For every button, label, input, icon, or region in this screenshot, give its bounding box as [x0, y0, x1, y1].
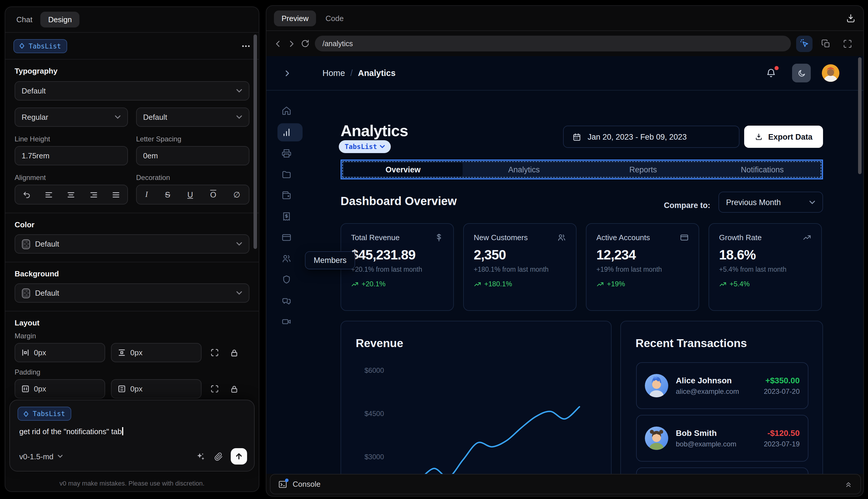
model-name: v0-1.5-md: [19, 452, 53, 461]
expand-sides-icon[interactable]: [207, 382, 221, 396]
more-menu-icon[interactable]: [241, 41, 251, 50]
strikethrough-icon[interactable]: S: [165, 190, 170, 199]
date-range-value: Jan 20, 2023 - Feb 09, 2023: [587, 132, 687, 141]
tab-preview[interactable]: Preview: [274, 10, 316, 26]
download-icon[interactable]: [846, 13, 856, 23]
lock-icon[interactable]: [227, 382, 241, 396]
user-avatar[interactable]: [822, 64, 839, 82]
paperclip-icon[interactable]: [214, 452, 223, 461]
copy-button[interactable]: [818, 35, 834, 52]
align-center-icon[interactable]: [67, 190, 76, 199]
design-controls: Typography Default Regular Default Line …: [5, 60, 259, 399]
tab-analytics[interactable]: Analytics: [464, 161, 584, 178]
inspect-button[interactable]: [796, 35, 813, 52]
url-input[interactable]: /analytics: [315, 36, 791, 51]
video-icon[interactable]: [282, 317, 292, 327]
background-select[interactable]: Default: [15, 283, 249, 303]
undo-icon[interactable]: [22, 190, 31, 199]
stat-card-active-accounts: Active Accounts 12,234 +19% from last mo…: [586, 223, 699, 311]
design-panel-tabs: Chat Design: [5, 7, 259, 33]
font-family-select[interactable]: Default: [15, 81, 249, 100]
home-icon[interactable]: [282, 106, 292, 116]
margin-label: Margin: [15, 332, 249, 340]
align-justify-icon[interactable]: [112, 190, 121, 199]
console-bar[interactable]: Console: [270, 474, 861, 494]
composer-context-chip[interactable]: TabsList: [17, 407, 72, 421]
preview-panel: Preview Code /analytics: [266, 5, 864, 497]
transaction-row[interactable]: Alice Johnson alice@example.com +$350.00…: [636, 362, 808, 409]
align-right-icon[interactable]: [89, 190, 98, 199]
stat-change: +20.1% from last month: [351, 266, 443, 273]
shield-icon[interactable]: [282, 275, 292, 284]
preview-scrollbar[interactable]: [858, 57, 861, 174]
transaction-row[interactable]: Bob Smith bob@example.com -$120.50 2023-…: [636, 415, 808, 462]
no-decoration-icon[interactable]: ∅: [233, 190, 240, 199]
font-size-select[interactable]: Default: [136, 108, 249, 127]
avatar: [645, 374, 668, 397]
stat-title: Active Accounts: [596, 233, 650, 242]
selected-element-chip[interactable]: TabsList: [13, 39, 67, 53]
breadcrumb-home[interactable]: Home: [322, 68, 345, 78]
italic-icon[interactable]: I: [145, 190, 148, 199]
tab-overview[interactable]: Overview: [344, 162, 463, 177]
fullscreen-button[interactable]: [839, 35, 856, 52]
selected-component-badge[interactable]: TabsList: [339, 140, 391, 153]
margin-y-input[interactable]: 0px: [111, 343, 201, 362]
chevrons-up-icon[interactable]: [844, 480, 853, 488]
line-height-input[interactable]: 1.75rem: [15, 146, 128, 165]
tab-design[interactable]: Design: [41, 12, 79, 27]
folder-icon[interactable]: [282, 169, 292, 179]
overline-icon[interactable]: O: [210, 190, 216, 199]
padding-x-input[interactable]: 0px: [15, 379, 105, 399]
export-data-button[interactable]: Export Data: [744, 126, 823, 148]
padding-y-input[interactable]: 0px: [111, 379, 201, 399]
design-panel-scrollbar[interactable]: [253, 35, 257, 249]
printer-icon[interactable]: [282, 148, 292, 158]
font-weight-select[interactable]: Regular: [15, 108, 128, 127]
tab-reports[interactable]: Reports: [584, 161, 703, 178]
bar-chart-icon[interactable]: [282, 127, 292, 137]
stat-value: 12,234: [596, 247, 689, 263]
users-icon[interactable]: [282, 254, 292, 264]
tab-notifications[interactable]: Notifications: [703, 161, 822, 178]
expand-sides-icon[interactable]: [207, 345, 221, 360]
members-tooltip: Members: [305, 251, 356, 269]
users-icon: [557, 233, 566, 242]
model-selector[interactable]: v0-1.5-md: [19, 452, 63, 461]
background-section-label: Background: [15, 269, 249, 278]
color-select[interactable]: Default: [15, 234, 249, 254]
disclaimer-text: v0 may make mistakes. Please use with di…: [5, 480, 259, 487]
prompt-input[interactable]: get rid of the "notifications" tab: [19, 427, 123, 436]
sparkles-icon[interactable]: [196, 451, 206, 461]
lock-icon[interactable]: [227, 345, 241, 360]
messages-icon[interactable]: [282, 296, 292, 306]
align-left-icon[interactable]: [45, 190, 53, 199]
receipt-icon[interactable]: [282, 211, 292, 221]
transaction-email: alice@example.com: [676, 387, 739, 395]
date-range-button[interactable]: Jan 20, 2023 - Feb 09, 2023: [563, 126, 740, 148]
trending-up-icon: [351, 280, 359, 288]
forward-icon[interactable]: [287, 39, 296, 48]
compare-select[interactable]: Previous Month: [718, 192, 823, 213]
tab-code[interactable]: Code: [326, 14, 344, 23]
tab-chat[interactable]: Chat: [16, 15, 33, 24]
trending-up-icon: [596, 280, 604, 288]
font-weight-value: Regular: [22, 113, 48, 122]
send-button[interactable]: [231, 448, 247, 464]
transaction-row[interactable]: [636, 467, 808, 474]
back-icon[interactable]: [274, 39, 282, 48]
theme-toggle-button[interactable]: [792, 64, 811, 82]
transaction-date: 2023-07-19: [764, 440, 799, 448]
arrow-up-icon: [235, 452, 243, 460]
credit-card-icon[interactable]: [282, 233, 292, 243]
wallet-icon[interactable]: [282, 191, 292, 200]
sidebar-expand-icon[interactable]: [283, 70, 291, 77]
revenue-chart-card: Revenue $6000 $4500 $3000: [340, 321, 611, 474]
notifications-bell[interactable]: [766, 68, 776, 78]
letter-spacing-input[interactable]: 0em: [136, 146, 249, 165]
prompt-composer[interactable]: TabsList get rid of the "notifications" …: [9, 400, 255, 472]
margin-x-input[interactable]: 0px: [15, 343, 105, 362]
refresh-icon[interactable]: [301, 39, 310, 48]
underline-icon[interactable]: U: [187, 190, 193, 199]
section-title: Dashboard Overview: [340, 195, 457, 208]
